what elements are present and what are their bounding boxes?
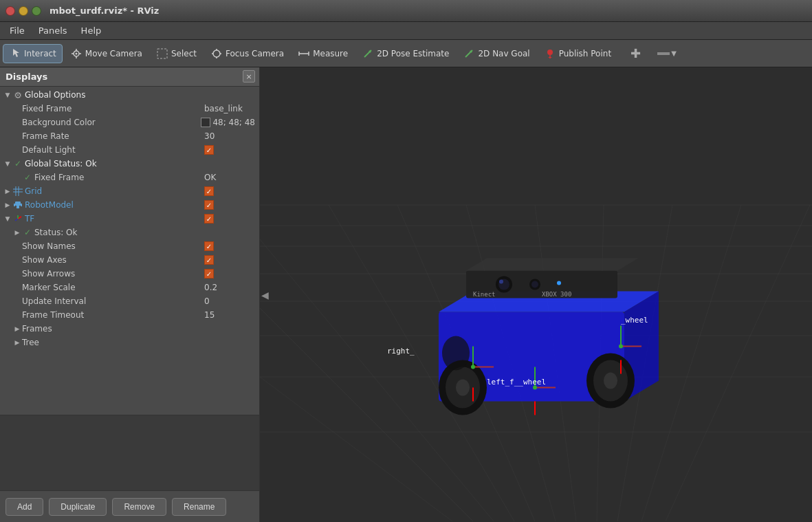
expander-global-options[interactable]: ▼ <box>3 90 12 100</box>
3d-viewport[interactable]: Kinect XBOX 300 <box>260 67 812 522</box>
displays-close-button[interactable]: × <box>243 70 255 83</box>
close-button[interactable] <box>6 6 15 16</box>
default-light-checkbox[interactable]: ✓ <box>204 145 214 155</box>
svg-point-57 <box>499 280 503 284</box>
tf-checkbox[interactable]: ✓ <box>204 214 214 224</box>
tf-status-ok-icon: ✓ <box>22 227 33 238</box>
duplicate-button[interactable]: Duplicate <box>49 498 107 516</box>
expander-tf[interactable]: ▼ <box>3 214 12 224</box>
menu-help[interactable]: Help <box>74 23 109 38</box>
select-button[interactable]: Select <box>150 44 203 63</box>
global-options-row[interactable]: ▼ ⚙ Global Options <box>0 88 259 102</box>
remove-button[interactable]: Remove <box>112 498 166 516</box>
robot-scene: Kinect XBOX 300 <box>260 67 812 522</box>
svg-rect-6 <box>157 49 167 58</box>
displays-tree[interactable]: ▼ ⚙ Global Options Fixed Frame base_link… <box>0 87 259 415</box>
bg-color-value: 48; 48; 48 <box>201 118 259 128</box>
marker-scale-value: 0.2 <box>204 283 259 292</box>
tf-row[interactable]: ▼ TF ✓ <box>0 212 259 226</box>
svg-point-69 <box>604 373 617 389</box>
frame-rate-row[interactable]: Frame Rate 30 <box>0 129 259 143</box>
add-display-button[interactable]: ✚ <box>624 43 647 64</box>
bg-color-row[interactable]: Background Color 48; 48; 48 <box>0 116 259 129</box>
robot-model-row[interactable]: ▶ RobotModel ✓ <box>0 198 259 212</box>
tf-status-row[interactable]: ▶ ✓ Status: Ok <box>0 226 259 239</box>
bg-color-label: Background Color <box>22 118 201 127</box>
tf-label: TF <box>25 214 204 224</box>
expander-tree[interactable]: ▶ <box>12 338 22 347</box>
select-label: Select <box>171 49 197 58</box>
svg-text:_wheel: _wheel <box>621 316 648 325</box>
expander-global-status[interactable]: ▼ <box>3 159 12 168</box>
default-light-value: ✓ <box>204 145 259 155</box>
pose-estimate-label: 2D Pose Estimate <box>377 49 449 58</box>
marker-scale-row[interactable]: Marker Scale 0.2 <box>0 281 259 294</box>
rename-button[interactable]: Rename <box>172 498 226 516</box>
gs-fixed-frame-value: OK <box>204 173 259 182</box>
robot-model-checkbox[interactable]: ✓ <box>204 200 214 210</box>
camera-icon <box>70 47 83 60</box>
default-light-row[interactable]: Default Light ✓ <box>0 143 259 157</box>
global-status-fixed-frame-row[interactable]: ✓ Fixed Frame OK <box>0 171 259 184</box>
fixed-frame-row[interactable]: Fixed Frame base_link <box>0 102 259 116</box>
minimize-button[interactable] <box>19 6 28 16</box>
expander-show-arrows <box>12 269 22 279</box>
show-arrows-row[interactable]: Show Arrows ✓ <box>0 267 259 281</box>
frames-row[interactable]: ▶ Frames <box>0 322 259 336</box>
maximize-button[interactable] <box>32 6 41 16</box>
show-axes-row[interactable]: Show Axes ✓ <box>0 253 259 267</box>
toolbar: Interact Move Camera Select <box>0 40 812 67</box>
svg-rect-27 <box>21 204 22 206</box>
tf-icon <box>12 213 23 224</box>
svg-point-81 <box>619 345 623 349</box>
menu-panels[interactable]: Panels <box>32 23 74 38</box>
show-arrows-checkbox[interactable]: ✓ <box>204 269 214 279</box>
gs-fixed-frame-label: Fixed Frame <box>34 173 204 182</box>
tree-row[interactable]: ▶ Tree <box>0 336 259 349</box>
expander-grid[interactable]: ▶ <box>3 186 12 196</box>
show-names-row[interactable]: Show Names ✓ <box>0 239 259 253</box>
pose-estimate-button[interactable]: 2D Pose Estimate <box>355 44 455 63</box>
viewport-scroll-arrow[interactable]: ◀ <box>260 287 270 303</box>
menu-file[interactable]: File <box>3 23 32 38</box>
displays-panel-header: Displays × <box>0 67 259 87</box>
publish-point-label: Publish Point <box>559 49 611 58</box>
svg-point-7 <box>213 50 220 57</box>
svg-point-59 <box>531 281 538 288</box>
add-button[interactable]: Add <box>6 498 43 516</box>
expander-frames[interactable]: ▶ <box>12 324 22 334</box>
remove-display-button[interactable]: ▼ <box>651 46 683 61</box>
frame-timeout-label: Frame Timeout <box>22 310 204 320</box>
interact-icon <box>9 47 21 60</box>
interact-button[interactable]: Interact <box>3 44 63 63</box>
show-axes-checkbox[interactable]: ✓ <box>204 255 214 265</box>
update-interval-row[interactable]: Update Interval 0 <box>0 294 259 308</box>
show-names-checkbox[interactable]: ✓ <box>204 241 214 251</box>
left-panel: Displays × ▼ ⚙ Global Options Fixed Fram… <box>0 67 260 522</box>
title-bar: mbot_urdf.rviz* - RViz <box>0 0 812 22</box>
expander-robot-model[interactable]: ▶ <box>3 200 12 210</box>
fixed-frame-label: Fixed Frame <box>22 104 204 113</box>
show-arrows-label: Show Arrows <box>22 269 204 279</box>
expander-frame-timeout <box>12 310 22 320</box>
publish-point-button[interactable]: Publish Point <box>538 44 617 63</box>
grid-checkbox[interactable]: ✓ <box>204 186 214 196</box>
measure-button[interactable]: Measure <box>292 44 354 63</box>
svg-marker-63 <box>466 259 638 271</box>
nav-goal-button[interactable]: 2D Nav Goal <box>457 44 536 63</box>
svg-point-19 <box>547 50 553 55</box>
global-status-row[interactable]: ▼ ✓ Global Status: Ok <box>0 157 259 171</box>
grid-row[interactable]: ▶ Grid ✓ <box>0 184 259 198</box>
expander-update-interval <box>12 296 22 306</box>
window-buttons[interactable] <box>6 6 41 16</box>
plus-icon: ✚ <box>630 46 641 61</box>
svg-point-73 <box>471 365 475 369</box>
frame-timeout-row[interactable]: Frame Timeout 15 <box>0 308 259 322</box>
expander-tf-status[interactable]: ▶ <box>12 228 22 237</box>
measure-label: Measure <box>313 49 348 58</box>
pose-estimate-icon <box>362 47 374 60</box>
move-camera-button[interactable]: Move Camera <box>64 44 149 63</box>
focus-camera-button[interactable]: Focus Camera <box>204 44 290 63</box>
menubar: File Panels Help <box>0 22 812 40</box>
svg-text:left_f__wheel: left_f__wheel <box>487 378 546 387</box>
